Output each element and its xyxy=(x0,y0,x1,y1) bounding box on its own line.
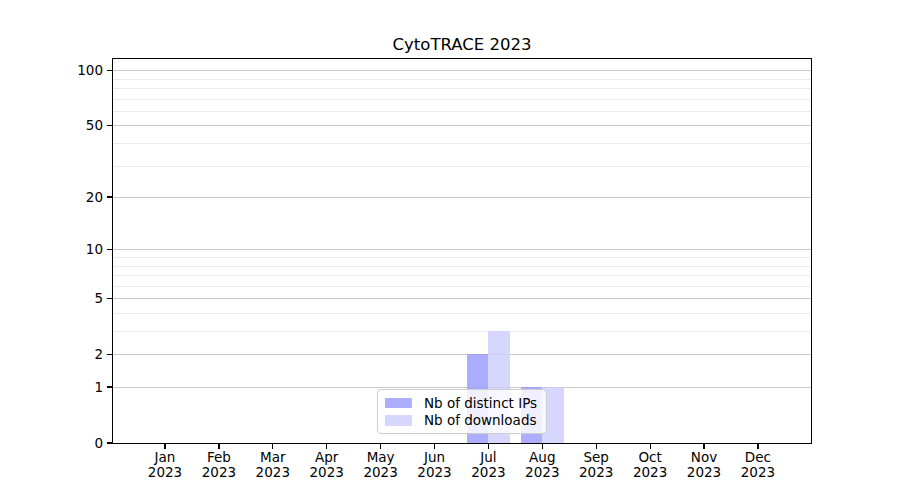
x-tick-label: Jun2023 xyxy=(407,450,463,480)
y-gridline-minor xyxy=(113,143,811,144)
x-tick-month: Feb xyxy=(191,450,247,465)
x-tick-month: Jan xyxy=(137,450,193,465)
y-gridline-minor xyxy=(113,266,811,267)
plot-area: 0125102050100Jan2023Feb2023Mar2023Apr202… xyxy=(113,59,811,443)
legend-swatch-distinct-ips xyxy=(385,398,412,409)
x-tick-month: Dec xyxy=(730,450,786,465)
y-tick-label: 100 xyxy=(47,62,103,78)
y-tick-label: 10 xyxy=(47,241,103,257)
y-gridline-major xyxy=(113,387,811,388)
legend: Nb of distinct IPs Nb of downloads xyxy=(377,389,547,434)
y-gridline-minor xyxy=(113,286,811,287)
y-gridline-minor xyxy=(113,313,811,314)
y-tick-label: 20 xyxy=(47,189,103,205)
x-tick-month: Jul xyxy=(460,450,516,465)
legend-swatch-downloads xyxy=(385,415,412,426)
y-gridline-major xyxy=(113,125,811,126)
figure: CytoTRACE 2023 0125102050100Jan2023Feb20… xyxy=(0,0,900,500)
spine-bottom xyxy=(112,443,813,444)
spine-left xyxy=(112,58,113,445)
x-tick-label: Jan2023 xyxy=(137,450,193,480)
y-gridline-minor xyxy=(113,166,811,167)
x-tick-label: Apr2023 xyxy=(299,450,355,480)
x-tick-label: Oct2023 xyxy=(622,450,678,480)
x-tick-label: Sep2023 xyxy=(568,450,624,480)
y-gridline-minor xyxy=(113,79,811,80)
y-gridline-minor xyxy=(113,331,811,332)
spine-top xyxy=(112,58,813,59)
x-tick-year: 2023 xyxy=(137,465,193,480)
y-gridline-major xyxy=(113,354,811,355)
x-tick-month: Oct xyxy=(622,450,678,465)
x-tick-year: 2023 xyxy=(245,465,301,480)
x-tick-month: May xyxy=(353,450,409,465)
x-tick-year: 2023 xyxy=(568,465,624,480)
y-gridline-minor xyxy=(113,275,811,276)
x-tick-label: Dec2023 xyxy=(730,450,786,480)
legend-label-distinct-ips: Nb of distinct IPs xyxy=(424,395,537,411)
x-tick-year: 2023 xyxy=(514,465,570,480)
x-tick-month: Apr xyxy=(299,450,355,465)
x-tick-year: 2023 xyxy=(460,465,516,480)
x-tick-month: Jun xyxy=(407,450,463,465)
x-tick-year: 2023 xyxy=(676,465,732,480)
legend-item-downloads: Nb of downloads xyxy=(385,412,537,430)
x-tick-year: 2023 xyxy=(730,465,786,480)
x-tick-label: Mar2023 xyxy=(245,450,301,480)
y-tick-label: 5 xyxy=(47,290,103,306)
x-tick-label: Aug2023 xyxy=(514,450,570,480)
y-gridline-major xyxy=(113,70,811,71)
x-tick-month: Mar xyxy=(245,450,301,465)
legend-label-downloads: Nb of downloads xyxy=(424,412,537,428)
x-tick-label: Jul2023 xyxy=(460,450,516,480)
x-tick-month: Aug xyxy=(514,450,570,465)
legend-item-distinct-ips: Nb of distinct IPs xyxy=(385,394,537,412)
x-tick-label: May2023 xyxy=(353,450,409,480)
x-tick-year: 2023 xyxy=(353,465,409,480)
spine-right xyxy=(811,58,812,445)
x-tick-year: 2023 xyxy=(622,465,678,480)
y-gridline-minor xyxy=(113,88,811,89)
chart-title: CytoTRACE 2023 xyxy=(113,35,811,54)
x-tick-month: Nov xyxy=(676,450,732,465)
y-gridline-major xyxy=(113,298,811,299)
x-tick-label: Nov2023 xyxy=(676,450,732,480)
y-gridline-minor xyxy=(113,111,811,112)
x-tick-month: Sep xyxy=(568,450,624,465)
x-tick-year: 2023 xyxy=(191,465,247,480)
y-gridline-major xyxy=(113,197,811,198)
y-tick-label: 2 xyxy=(47,346,103,362)
y-gridline-major xyxy=(113,249,811,250)
y-tick-label: 50 xyxy=(47,117,103,133)
x-tick-year: 2023 xyxy=(407,465,463,480)
y-gridline-minor xyxy=(113,99,811,100)
y-gridline-minor xyxy=(113,257,811,258)
y-tick-label: 1 xyxy=(47,379,103,395)
x-tick-year: 2023 xyxy=(299,465,355,480)
x-tick-label: Feb2023 xyxy=(191,450,247,480)
y-tick-label: 0 xyxy=(47,435,103,451)
